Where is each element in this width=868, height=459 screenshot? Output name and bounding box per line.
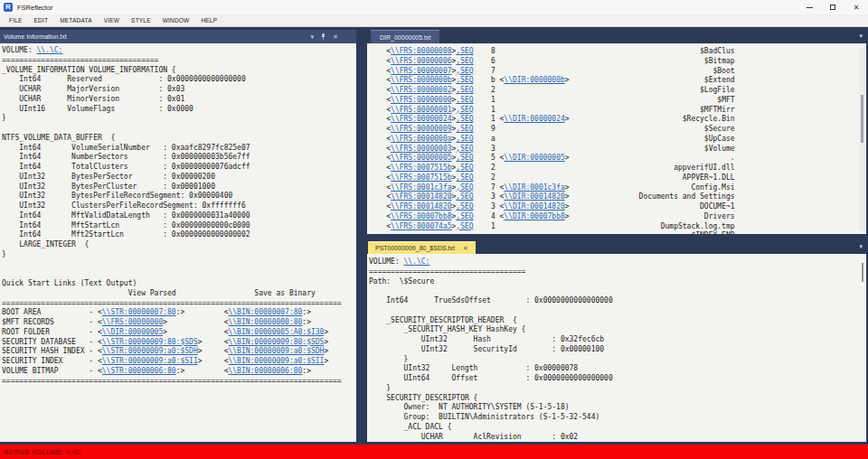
chevron-down-icon[interactable]: ▾ — [311, 33, 315, 41]
menu-bar: FILE EDIT METADATA VIEW STYLE WINDOW HEL… — [0, 14, 868, 27]
file-link[interactable]: \\STR:00000007:80 — [102, 308, 176, 316]
menu-item-view[interactable]: VIEW — [104, 17, 119, 23]
file-link[interactable]: \\BIN:00000009:80:$SDS — [228, 338, 324, 346]
text-run: :> — [302, 318, 311, 326]
text-line: <\\FRS:00000024>,SEQ 1 <\\DIR:00000024>$… — [369, 115, 866, 125]
entry-name: $Boot — [369, 67, 735, 77]
volume-information-panel-header[interactable]: Volume Information.txt ▾ ✕ — [0, 30, 356, 43]
text-line: BOOT AREA - <\\STR:00000007:80:> <\\BIN:… — [2, 308, 356, 318]
maximize-button[interactable] — [821, 0, 844, 14]
text-run: SECURITY_DESCRIPTOR { — [369, 394, 477, 402]
file-link[interactable]: \\BIN:00000007:80 — [228, 308, 302, 316]
menu-item-file[interactable]: FILE — [9, 17, 23, 23]
text-line: Int64 NumberSectors : 0x000000003b56e7ff — [2, 153, 356, 163]
tab-close-icon[interactable]: ✕ — [463, 245, 468, 252]
file-link[interactable]: \\BIN:00000009:a0:$SII — [228, 357, 324, 365]
text-run: } — [2, 250, 6, 258]
text-run: VOLUME: — [369, 258, 404, 266]
file-link[interactable]: \\STR:00000006:80 — [102, 367, 176, 375]
text-run: View Parsed Save as Binary — [2, 289, 316, 297]
text-run: SECURITY HASH INDEX - < — [2, 347, 102, 355]
text-line: _SECURITY_HASH_KEY HashKey { — [369, 325, 866, 335]
text-line: <\\FRS:00000005>,SEQ 5 <\\DIR:00000005>. — [369, 154, 866, 164]
text-run: > < — [198, 357, 229, 365]
text-run: ==================================== — [369, 267, 525, 276]
text-line: Group: BUILTIN\Administrators (S-1-5-32-… — [369, 413, 866, 423]
text-run: LARGE_INTEGER { — [2, 240, 89, 248]
text-line: SECURITY DATABASE - <\\STR:00000009:80:$… — [2, 338, 356, 348]
text-line: } — [369, 355, 866, 365]
entry-name: $MFT — [369, 96, 735, 106]
menu-item-style[interactable]: STYLE — [131, 17, 151, 23]
text-run: UInt32 BytesPerCluster : 0x00001000 — [2, 183, 215, 191]
window-title: FSReflector — [17, 4, 53, 12]
text-run: NTFS_VOLUME_DATA_BUFFER { — [2, 134, 115, 142]
text-run: > < — [163, 318, 228, 326]
entry-name: DOCUME~1 — [369, 202, 735, 212]
file-link[interactable]: \\.\C: — [37, 46, 63, 54]
menu-item-edit[interactable]: EDIT — [34, 17, 49, 23]
entry-name: Documents and Settings — [369, 192, 735, 202]
menu-item-window[interactable]: WINDOW — [163, 17, 190, 23]
file-link[interactable]: \\DIR:00000005 — [102, 328, 163, 336]
sds-file-content: VOLUME: \\.\C:==========================… — [367, 254, 866, 442]
text-line: <\\FRS:00000008>,SEQ 8$BadClus — [369, 47, 866, 57]
file-link[interactable]: \\.\C: — [404, 258, 430, 266]
pin-icon[interactable] — [320, 33, 326, 41]
text-line: UInt32 Length : 0x00000078 — [369, 364, 866, 374]
chevron-down-icon[interactable]: ▾ — [859, 33, 863, 40]
maximize-icon — [830, 5, 835, 10]
entry-name: $Secure — [369, 125, 735, 135]
text-run: Owner: NT AUTHORITY\SYSTEM (S-1-5-18) — [369, 403, 570, 411]
text-run: SECURITY DATABASE - < — [2, 338, 102, 346]
text-line: UInt32 BytesPerFileRecordSegment: 0x0000… — [2, 192, 356, 201]
text-run: :> — [302, 367, 311, 375]
file-link[interactable]: \\STR:00000009:80:$SDS — [102, 338, 198, 346]
file-link[interactable]: \\STR:00000009:a0:$SDH — [102, 347, 198, 355]
minimize-button[interactable] — [797, 0, 821, 14]
file-link[interactable]: \\STR:00000009:a0:$SII — [102, 357, 198, 365]
close-icon[interactable]: ✕ — [333, 33, 338, 41]
text-run: Int64 TotalClusters : 0x00000000076adcff — [2, 163, 250, 171]
text-run: :> < — [176, 367, 229, 375]
close-button[interactable]: ✕ — [844, 0, 868, 14]
file-link[interactable]: \\BIN:00000009:a0:$SDH — [228, 347, 324, 355]
text-run: Int64 VolumeSerialNumber : 0xaafc8297fc8… — [2, 144, 250, 152]
tab-sds-file[interactable]: PST00000009_80_$SDS.txt ✕ — [368, 241, 476, 254]
text-line: <\\FRS:000074a5>,SEQ 1DumpStack.log.tmp — [369, 222, 866, 232]
text-line: $INDEX_END — [369, 231, 866, 234]
text-run: UCHAR MinorVersion : 0x01 — [2, 95, 184, 103]
entry-name: APPVER~1.DLL — [369, 173, 735, 183]
text-line: UInt32 BytesPerCluster : 0x00001000 — [2, 183, 356, 192]
menu-item-help[interactable]: HELP — [201, 17, 217, 23]
panel-header-icons: ▾ ✕ — [311, 33, 338, 41]
text-run: ==================================== — [2, 56, 158, 64]
text-run: VOLUME: — [2, 46, 37, 54]
text-line: <\\FRS:00007bb8>,SEQ 4 <\\DIR:00007bb8>D… — [369, 212, 866, 222]
text-line: Int64 VolumeSerialNumber : 0xaafc8297fc8… — [2, 144, 356, 154]
text-line: LARGE_INTEGER { — [2, 240, 356, 250]
text-run: UInt32 BytesPerSector : 0x00000200 — [2, 173, 215, 181]
text-line: Owner: NT AUTHORITY\SYSTEM (S-1-5-18) — [369, 403, 866, 413]
entry-name: $UpCase — [369, 135, 735, 145]
menu-item-metadata[interactable]: METADATA — [60, 17, 92, 23]
text-run: } — [2, 114, 6, 122]
text-line: Int64 TrueSdsOffset : 0x0000000000000000 — [369, 296, 866, 306]
file-link[interactable]: \\FRS:00000000 — [102, 318, 163, 326]
file-link[interactable]: \\BIN:00000000:80 — [228, 318, 302, 326]
text-line: <\\FRS:00000006>,SEQ 6$Bitmap — [369, 57, 866, 67]
chevron-down-icon[interactable]: ▾ — [859, 243, 863, 250]
text-line: VOLUME: \\.\C: — [2, 46, 356, 56]
entry-name: $Bitmap — [369, 57, 735, 67]
file-link[interactable]: \\BIN:00000005:A0:$I30 — [228, 328, 324, 336]
text-line: Int64 TotalClusters : 0x00000000076adcff — [2, 163, 356, 173]
dir-file-content: <\\FRS:00000008>,SEQ 8$BadClus <\\FRS:00… — [367, 43, 866, 234]
title-bar: R FSReflector ✕ — [0, 0, 868, 14]
text-run: Int64 Reserved : 0x0000000000000000 — [2, 75, 246, 83]
text-run: UInt32 Hash : 0x32fec6cb — [369, 335, 604, 343]
entry-name: $Extend — [369, 76, 735, 86]
file-link[interactable]: \\BIN:00000006:80 — [228, 367, 302, 375]
text-run: > — [324, 328, 328, 336]
tab-dir-file[interactable]: DIR_00000005.txt — [371, 30, 439, 43]
text-run: Int64 TrueSdsOffset : 0x0000000000000000 — [369, 296, 613, 304]
